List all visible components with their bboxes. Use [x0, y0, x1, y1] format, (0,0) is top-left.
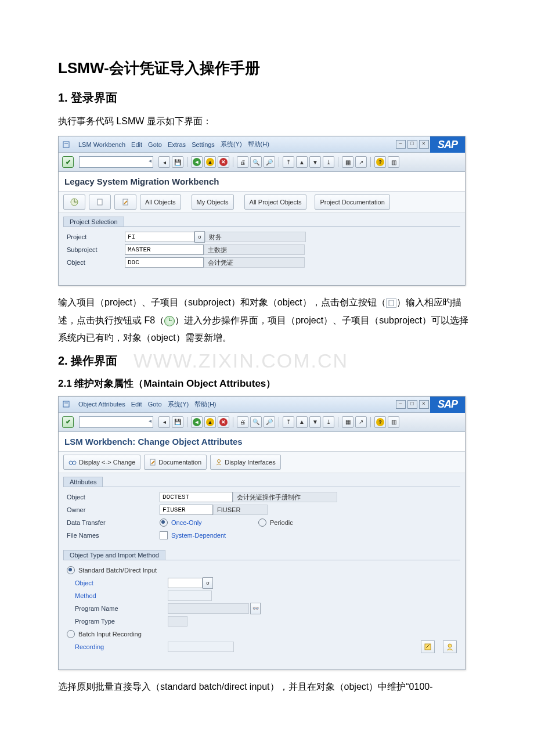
menu-item[interactable]: LSM Workbench [78, 141, 125, 148]
first-page-icon[interactable]: ⤒ [283, 416, 294, 428]
find-icon[interactable]: 🔍 [250, 156, 262, 168]
layout-icon[interactable]: ▥ [388, 156, 399, 168]
help-icon[interactable]: ? [374, 416, 386, 428]
periodic-radio[interactable] [258, 519, 266, 527]
enter-icon[interactable]: ✔ [62, 416, 74, 428]
documentation-button[interactable]: Documentation [144, 455, 207, 470]
paragraph-2: 输入项目（project）、子项目（subproject）和对象（object）… [58, 294, 476, 347]
method-object-input[interactable] [168, 578, 203, 588]
all-objects-button[interactable]: All Objects [140, 195, 181, 210]
svg-rect-2 [98, 199, 102, 205]
exit-icon[interactable]: ▲ [204, 416, 216, 428]
cancel-icon[interactable]: ✕ [218, 416, 229, 428]
new-session-icon[interactable]: ▦ [342, 416, 353, 428]
project-documentation-button[interactable]: Project Documentation [315, 195, 389, 210]
pencil-icon [149, 459, 156, 466]
session-icon [62, 141, 70, 149]
minimize-icon[interactable]: – [396, 140, 406, 149]
standard-batch-label: Standard Batch/Direct Input [78, 567, 157, 574]
find-icon[interactable]: 🔍 [250, 416, 262, 428]
menu-item[interactable]: Edit [131, 141, 142, 148]
dropdown-icon[interactable]: ◂ [158, 156, 170, 168]
back-icon[interactable]: ◄ [191, 156, 203, 168]
back-icon[interactable]: ◄ [191, 416, 203, 428]
attr-object-value: DOCTEST [160, 492, 233, 502]
once-only-radio[interactable] [160, 519, 168, 527]
shortcut-icon[interactable]: ↗ [355, 156, 367, 168]
last-page-icon[interactable]: ⤓ [323, 416, 334, 428]
menu-item[interactable]: Extras [168, 141, 186, 148]
file-names-label: File Names [67, 532, 160, 539]
method-method-label: Method [75, 592, 168, 599]
close-icon[interactable]: × [419, 400, 429, 409]
menu-item[interactable]: 系统(Y) [221, 140, 242, 149]
f4-help-icon[interactable]: σ [194, 231, 205, 243]
prev-page-icon[interactable]: ▲ [296, 156, 308, 168]
glasses-icon[interactable]: 👓 [250, 603, 261, 614]
system-dependent-checkbox[interactable] [160, 531, 168, 539]
subproject-input[interactable]: MASTER [125, 244, 204, 255]
menu-item[interactable]: Goto [148, 401, 162, 408]
command-field[interactable] [79, 156, 153, 168]
help-icon[interactable]: ? [374, 156, 386, 168]
menu-item[interactable]: Object Attributes [78, 401, 125, 408]
minimize-icon[interactable]: – [396, 400, 406, 409]
menu-item[interactable]: Settings [192, 141, 215, 148]
display-change-button[interactable]: Display <-> Change [63, 455, 140, 470]
heading-2-1: 2.1 维护对象属性（Maintain Object Attributes） [58, 377, 476, 390]
object-input[interactable]: DOC [125, 257, 204, 268]
display-interfaces-button[interactable]: Display Interfaces [210, 455, 280, 470]
exit-icon[interactable]: ▲ [204, 156, 216, 168]
menu-item[interactable]: 帮助(H) [194, 400, 216, 409]
svg-point-11 [448, 644, 452, 647]
menu-item[interactable]: Edit [131, 401, 142, 408]
next-page-icon[interactable]: ▼ [309, 156, 321, 168]
maximize-icon[interactable]: □ [407, 400, 417, 409]
menu-item[interactable]: 系统(Y) [168, 400, 189, 409]
user-icon[interactable] [443, 640, 457, 653]
create-icon [386, 298, 396, 308]
project-desc: 财务 [205, 232, 306, 242]
menubar: Object Attributes Edit Goto 系统(Y) 帮助(H) [59, 397, 394, 413]
first-page-icon[interactable]: ⤒ [283, 156, 294, 168]
new-session-icon[interactable]: ▦ [342, 156, 353, 168]
layout-icon[interactable]: ▥ [388, 416, 399, 428]
standard-batch-radio[interactable] [67, 566, 75, 574]
change-button[interactable] [114, 195, 136, 210]
prev-page-icon[interactable]: ▲ [296, 416, 308, 428]
save-icon[interactable]: 💾 [172, 416, 183, 428]
method-method-input[interactable] [168, 591, 212, 601]
next-page-icon[interactable]: ▼ [309, 416, 321, 428]
menu-item[interactable]: Goto [148, 141, 162, 148]
menu-item[interactable]: 帮助(H) [248, 140, 269, 149]
system-dependent-label: System-Dependent [171, 532, 226, 539]
project-selection-group: Project Selection Project FI σ 财务 Subpro… [63, 217, 460, 272]
enter-icon[interactable]: ✔ [62, 156, 74, 168]
object-desc: 会计凭证 [204, 257, 305, 268]
execute-button[interactable] [63, 195, 85, 210]
batch-input-recording-radio[interactable] [67, 630, 75, 638]
svg-point-6 [69, 461, 73, 465]
close-icon[interactable]: × [419, 140, 429, 149]
attr-object-desc[interactable]: 会计凭证操作手册制作 [233, 492, 337, 502]
project-input[interactable]: FI [125, 232, 194, 242]
svg-rect-0 [63, 142, 69, 147]
find-next-icon[interactable]: 🔎 [264, 156, 275, 168]
print-icon[interactable]: 🖨 [237, 416, 248, 428]
doc-title: LSMW-会计凭证导入操作手册 [58, 58, 476, 78]
print-icon[interactable]: 🖨 [237, 156, 248, 168]
all-project-objects-button[interactable]: All Project Objects [244, 195, 307, 210]
command-field[interactable] [79, 416, 153, 428]
titlebar: Object Attributes Edit Goto 系统(Y) 帮助(H) … [59, 397, 465, 413]
f4-help-icon[interactable]: σ [203, 577, 213, 589]
save-icon[interactable]: 💾 [172, 156, 183, 168]
shortcut-icon[interactable]: ↗ [355, 416, 367, 428]
recordings-overview-icon[interactable] [421, 640, 435, 653]
maximize-icon[interactable]: □ [407, 140, 417, 149]
last-page-icon[interactable]: ⤓ [323, 156, 334, 168]
my-objects-button[interactable]: My Objects [192, 195, 234, 210]
dropdown-icon[interactable]: ◂ [158, 416, 170, 428]
cancel-icon[interactable]: ✕ [218, 156, 229, 168]
find-next-icon[interactable]: 🔎 [264, 416, 275, 428]
create-button[interactable] [89, 195, 111, 210]
